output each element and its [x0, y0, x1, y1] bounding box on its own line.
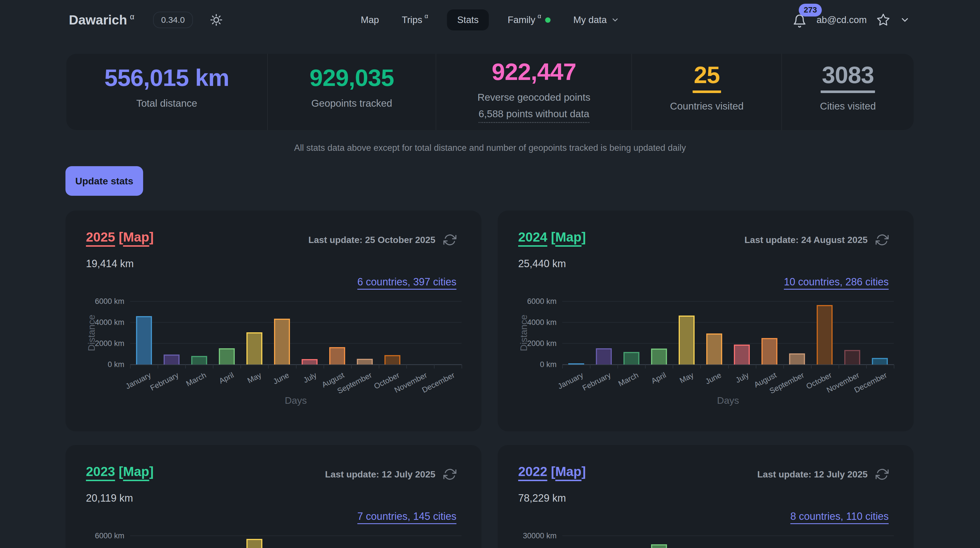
year-distance: 78,229 km	[518, 492, 566, 504]
x-axis-tick	[323, 364, 324, 369]
refresh-button[interactable]	[875, 233, 889, 246]
x-axis-tick	[866, 364, 867, 369]
stats-update-note: All stats data above except for total di…	[0, 143, 980, 153]
bar-december	[872, 358, 888, 364]
stat-label: Total distance	[136, 98, 197, 109]
summary-stat: 25Countries visited	[632, 54, 781, 130]
notifications-count-badge: 273	[799, 4, 822, 16]
y-axis-title: Distance	[86, 315, 97, 351]
last-update: Last update: 24 August 2025	[745, 233, 889, 246]
stat-value: 556,015 km	[105, 65, 229, 90]
refresh-icon	[443, 468, 457, 481]
nav-item-map[interactable]: Map	[357, 10, 383, 30]
year-link[interactable]: 2024	[518, 230, 547, 245]
x-axis-tick	[130, 364, 130, 369]
notifications-button[interactable]: 273	[792, 12, 807, 28]
map-link-bracket: ]	[581, 230, 585, 245]
year-card-title: 2025 [Map]	[86, 229, 154, 245]
theme-toggle-button[interactable]	[210, 13, 223, 27]
bar-april	[219, 348, 235, 364]
bar-july	[734, 345, 750, 364]
bar-october	[385, 355, 400, 364]
x-axis-tick	[562, 364, 563, 369]
y-axis-tick-label: 4000 km	[95, 318, 124, 327]
alpha-superscript: α	[130, 13, 135, 21]
update-stats-button[interactable]: Update stats	[65, 166, 143, 196]
online-status-dot	[545, 17, 550, 23]
x-axis-tick	[700, 364, 701, 369]
last-update: Last update: 12 July 2025	[757, 468, 889, 481]
bar-june	[706, 334, 722, 364]
nav-item-my-data[interactable]: My data	[570, 10, 623, 30]
countries-cities-link[interactable]: 8 countries, 110 cities	[790, 510, 889, 523]
gridline	[562, 322, 894, 322]
x-axis-tick	[673, 364, 673, 369]
bar-august	[762, 338, 777, 364]
bar-february	[596, 348, 612, 364]
distance-bar-chart: 0 km10000 km20000 km30000 km	[562, 536, 894, 548]
nav-item-stats[interactable]: Stats	[447, 10, 489, 30]
map-link[interactable]: Map	[555, 230, 581, 245]
year-link[interactable]: 2022	[518, 464, 547, 479]
stat-sublabel[interactable]: 6,588 points without data	[479, 108, 589, 123]
year-link[interactable]: 2025	[86, 230, 115, 245]
x-axis-tick	[590, 364, 590, 369]
stat-value[interactable]: 25	[693, 62, 721, 93]
x-axis-tick	[351, 364, 352, 369]
stat-value[interactable]: 3083	[821, 62, 875, 93]
bar-september	[357, 359, 373, 364]
map-link[interactable]: Map	[123, 464, 149, 479]
map-link[interactable]: Map	[123, 230, 149, 245]
y-axis-tick-label: 0 km	[108, 360, 124, 369]
y-axis-tick-label: 6000 km	[527, 297, 557, 306]
bar-july	[302, 359, 318, 364]
nav-item-family[interactable]: Familyα	[504, 10, 555, 30]
gridline	[130, 535, 461, 536]
x-axis-tick	[213, 364, 213, 369]
user-email[interactable]: ab@cd.com	[816, 14, 867, 25]
countries-cities-link[interactable]: 6 countries, 397 cities	[357, 276, 457, 288]
refresh-icon	[443, 233, 457, 246]
y-axis-tick-label: 4000 km	[527, 318, 557, 327]
map-link[interactable]: Map	[555, 464, 581, 479]
countries-cities-link[interactable]: 10 countries, 286 cities	[784, 276, 889, 288]
bar-may	[679, 316, 695, 364]
user-menu-button[interactable]	[900, 15, 910, 25]
x-axis-tick	[645, 364, 646, 369]
refresh-button[interactable]	[875, 468, 889, 481]
x-axis-tick	[461, 364, 462, 369]
x-axis-tick	[783, 364, 784, 369]
sun-icon	[210, 13, 223, 27]
refresh-button[interactable]	[443, 233, 457, 246]
refresh-icon	[875, 233, 889, 246]
year-cards-grid: 2025 [Map]Last update: 25 October 202519…	[65, 211, 914, 548]
gridline	[130, 301, 461, 302]
x-axis-tick	[406, 364, 407, 369]
x-axis-tick	[434, 364, 434, 369]
nav-item-trips[interactable]: Tripsα	[398, 10, 432, 30]
gridline	[562, 343, 894, 344]
last-update: Last update: 12 July 2025	[325, 468, 457, 481]
summary-stat: 929,035Geopoints tracked	[267, 54, 436, 130]
gridline	[130, 343, 461, 344]
bar-june	[274, 319, 290, 364]
stat-label: Reverse geocoded points	[477, 92, 590, 103]
x-axis-tick	[296, 364, 296, 369]
app-title: Dawarich	[69, 13, 127, 27]
bar-november	[844, 350, 860, 364]
favorite-button[interactable]	[877, 13, 890, 27]
bar-may	[247, 332, 262, 364]
gridline	[562, 535, 894, 536]
year-link[interactable]: 2023	[86, 464, 115, 479]
distance-bar-chart: 0 km2000 km4000 km6000 km	[562, 301, 894, 364]
refresh-button[interactable]	[443, 468, 457, 481]
y-axis-tick-label: 0 km	[540, 360, 557, 369]
bar-october	[817, 305, 833, 364]
bar-april	[651, 544, 667, 548]
year-card-2023: 2023 [Map]Last update: 12 July 202520,11…	[65, 445, 482, 548]
map-link-bracket: [	[551, 230, 555, 245]
x-axis-title: Days	[130, 395, 461, 406]
countries-cities-link[interactable]: 7 countries, 145 cities	[357, 510, 457, 523]
app-brand: Dawarichα	[69, 12, 134, 28]
year-card-title: 2022 [Map]	[518, 464, 586, 479]
